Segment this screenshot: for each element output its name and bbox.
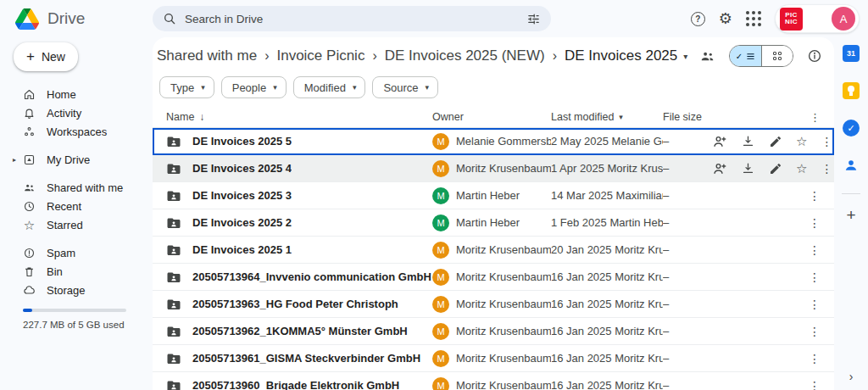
sidebar-item-storage[interactable]: Storage: [0, 281, 153, 299]
nav-group-shared: Shared with me Recent ☆ Starred: [0, 178, 153, 234]
filter-chip-people[interactable]: People ▾: [221, 76, 287, 98]
drive-brand[interactable]: Drive: [0, 8, 153, 30]
sidebar-item-recent[interactable]: Recent: [0, 197, 153, 215]
sidebar-item-spam[interactable]: Spam: [0, 243, 153, 262]
list-view-button[interactable]: ✓: [730, 46, 761, 66]
collapse-side-panel-button[interactable]: ›: [849, 370, 854, 383]
rename-button[interactable]: [769, 162, 782, 176]
table-row[interactable]: 20505713964_Invvenio communication GmbH …: [153, 264, 834, 291]
file-size: –: [663, 189, 712, 202]
column-header-modified[interactable]: Last modified ▾: [551, 111, 663, 123]
breadcrumb-current-folder[interactable]: DE Invoices 2025 ▾: [560, 46, 692, 66]
keep-icon: [843, 82, 860, 99]
owner-cell: M Moritz Krusenbaum: [432, 269, 551, 286]
last-modified: 14 Mar 2025 Maximilian Groß: [551, 189, 663, 202]
table-row[interactable]: 20505713962_1KOMMA5° Münster GmbH M Mori…: [153, 318, 834, 345]
file-size: –: [663, 216, 712, 229]
grid-view-button[interactable]: [761, 46, 793, 66]
search-input[interactable]: [185, 13, 518, 25]
apps-grid-icon[interactable]: [746, 11, 761, 26]
last-modified: 16 Jan 2025 Moritz Krusenb…: [551, 298, 663, 310]
breadcrumb-shared-with-me[interactable]: Shared with me: [153, 46, 261, 66]
table-row[interactable]: DE Invoices 2025 1 M Moritz Krusenbaum 2…: [153, 237, 834, 264]
breadcrumb-invoice-picnic[interactable]: Invoice Picnic: [272, 46, 369, 66]
row-more-options-icon[interactable]: ⋮: [809, 326, 821, 337]
manage-members-icon[interactable]: [699, 48, 715, 64]
cloud-icon: [23, 284, 36, 297]
sidebar-item-activity[interactable]: Activity: [0, 103, 153, 122]
row-more-options-icon[interactable]: ⋮: [809, 217, 821, 229]
table-row[interactable]: DE Invoices 2025 5 M Melanie Gommersbach…: [153, 128, 834, 155]
download-button[interactable]: [741, 134, 755, 148]
file-rows: DE Invoices 2025 5 M Melanie Gommersbach…: [153, 128, 834, 390]
row-more-options-icon[interactable]: ⋮: [809, 190, 821, 202]
table-row[interactable]: 20505713961_GISMA Steckverbinder GmbH M …: [153, 345, 834, 372]
column-header-owner[interactable]: Owner: [432, 111, 551, 123]
table-row[interactable]: DE Invoices 2025 4 M Moritz Krusenbaum 1…: [153, 155, 834, 182]
account-pill[interactable]: PIC NIC A: [775, 4, 860, 33]
sidebar-item-my-drive[interactable]: ▸ My Drive: [0, 150, 153, 169]
row-actions: ☆ ⋮: [712, 271, 821, 283]
chevron-right-icon: ›: [264, 48, 269, 64]
get-add-ons-button[interactable]: +: [842, 206, 860, 225]
file-size: –: [663, 352, 712, 365]
row-more-options-icon[interactable]: ⋮: [809, 353, 821, 365]
share-button[interactable]: [712, 161, 727, 176]
file-name-cell: 20505713963_HG Food Peter Christoph: [166, 297, 432, 312]
star-button[interactable]: ☆: [796, 135, 807, 148]
keep-panel-button[interactable]: [842, 81, 860, 100]
row-more-options-icon[interactable]: ⋮: [809, 380, 821, 390]
table-row[interactable]: DE Invoices 2025 2 M Martin Heber 1 Feb …: [153, 209, 834, 237]
table-row[interactable]: 20505713960_Brigade Elektronik GmbH M Mo…: [153, 372, 834, 390]
last-modified: 1 Feb 2025 Martin Heber: [551, 216, 663, 229]
row-more-options-icon[interactable]: ⋮: [821, 163, 832, 175]
last-modified: 1 Apr 2025 Moritz Krusenba…: [551, 162, 663, 175]
table-row[interactable]: 20505713963_HG Food Peter Christoph M Mo…: [153, 291, 834, 318]
row-more-options-icon[interactable]: ⋮: [809, 244, 821, 256]
row-actions: ☆ ⋮: [712, 353, 821, 365]
star-button[interactable]: ☆: [796, 162, 807, 175]
shared-folder-icon: [166, 188, 181, 203]
column-header-name[interactable]: Name ↓: [166, 111, 432, 123]
search-options-icon[interactable]: [526, 12, 541, 26]
file-name: DE Invoices 2025 1: [192, 243, 292, 256]
share-button[interactable]: [712, 134, 727, 149]
new-button[interactable]: + New: [14, 42, 78, 71]
table-row[interactable]: DE Invoices 2025 3 M Martin Heber 14 Mar…: [153, 182, 834, 209]
shared-folder-icon: [166, 134, 181, 149]
search-bar[interactable]: [153, 6, 551, 31]
sidebar-item-home[interactable]: Home: [0, 85, 153, 103]
filter-chip-modified[interactable]: Modified ▾: [293, 76, 366, 98]
breadcrumb-de-invoices-new[interactable]: DE Invoices 2025 (NEW): [381, 46, 549, 66]
sidebar-item-starred[interactable]: ☆ Starred: [0, 215, 153, 234]
sidebar-item-shared-with-me[interactable]: Shared with me: [0, 178, 153, 197]
row-more-options-icon[interactable]: ⋮: [809, 271, 821, 283]
settings-icon[interactable]: ⚙: [719, 11, 732, 26]
org-logo-line2: NIC: [785, 19, 798, 25]
row-more-options-icon[interactable]: ⋮: [821, 136, 832, 148]
owner-cell: M Moritz Krusenbaum: [432, 296, 551, 313]
owner-cell: M Moritz Krusenbaum: [432, 350, 551, 367]
download-icon: [741, 161, 755, 176]
user-avatar[interactable]: A: [832, 7, 855, 31]
filter-chip-type[interactable]: Type ▾: [159, 76, 214, 98]
view-toggle: ✓: [729, 45, 793, 67]
sidebar-item-bin[interactable]: Bin: [0, 262, 153, 281]
column-options-icon[interactable]: ⋮: [712, 111, 821, 124]
sidebar-item-workspaces[interactable]: Workspaces: [0, 122, 153, 141]
contacts-panel-button[interactable]: [842, 156, 860, 175]
column-header-size[interactable]: File size: [663, 111, 712, 123]
download-button[interactable]: [741, 161, 755, 176]
row-more-options-icon[interactable]: ⋮: [809, 298, 821, 310]
rename-button[interactable]: [769, 135, 782, 148]
calendar-panel-button[interactable]: 31: [842, 44, 860, 63]
list-view-icon: [746, 52, 755, 61]
expand-arrow-icon[interactable]: ▸: [13, 156, 16, 164]
tasks-panel-button[interactable]: ✓: [842, 119, 860, 137]
filter-chip-source[interactable]: Source ▾: [372, 76, 438, 98]
file-name-cell: DE Invoices 2025 1: [166, 242, 432, 258]
row-actions: ☆ ⋮: [712, 134, 832, 149]
help-icon[interactable]: ?: [691, 12, 705, 26]
details-info-icon[interactable]: [807, 48, 822, 64]
file-name: DE Invoices 2025 2: [192, 216, 292, 229]
